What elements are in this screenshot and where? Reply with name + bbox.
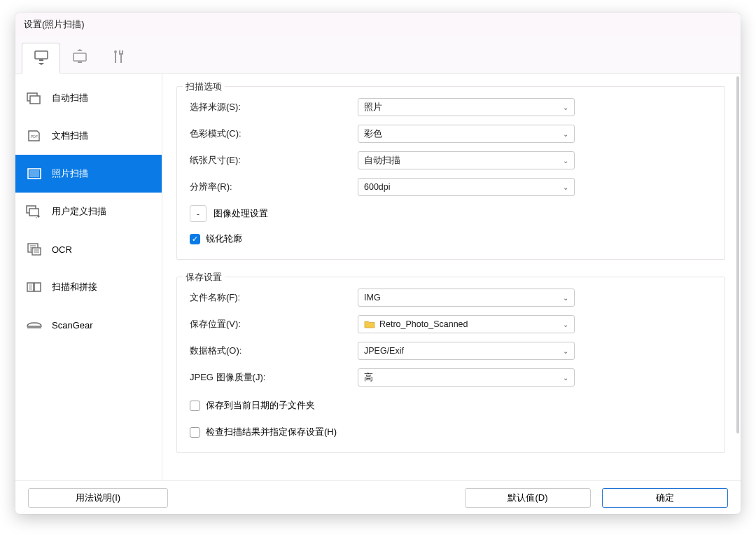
svg-rect-3	[78, 62, 82, 63]
label-jpeg-quality: JPEG 图像质量(J):	[187, 371, 358, 384]
sidebar-item-doc-scan[interactable]: PDF 文档扫描	[15, 117, 162, 155]
checkbox-subfolder[interactable]	[190, 401, 200, 411]
chevron-down-icon: ⌄	[563, 374, 568, 382]
group-scan-options: 扫描选项 选择来源(S): 照片 ⌄ 色彩模式(C): 彩色	[176, 86, 725, 260]
svg-rect-26	[29, 284, 32, 290]
scangear-icon	[25, 319, 43, 331]
sidebar-item-label: 照片扫描	[52, 167, 88, 180]
tools-icon	[111, 49, 125, 67]
auto-scan-icon	[25, 91, 43, 105]
chevron-down-icon: ⌄	[563, 130, 568, 138]
header-tabbar	[15, 36, 741, 74]
sidebar-item-label: 用户定义扫描	[52, 205, 106, 218]
label-subfolder: 保存到当前日期的子文件夹	[206, 399, 315, 412]
svg-rect-6	[119, 50, 120, 53]
svg-point-4	[114, 50, 117, 53]
select-source[interactable]: 照片 ⌄	[358, 98, 575, 116]
label-check-result: 检查扫描结果并指定保存设置(H)	[206, 426, 337, 438]
svg-rect-16	[29, 209, 38, 216]
label-data-format: 数据格式(O):	[187, 345, 358, 357]
ocr-icon	[25, 242, 43, 256]
defaults-button[interactable]: 默认值(D)	[465, 488, 591, 508]
tab-from-network[interactable]	[60, 42, 99, 73]
doc-scan-icon: PDF	[25, 129, 43, 143]
select-color-mode[interactable]: 彩色 ⌄	[358, 125, 575, 143]
svg-rect-14	[29, 170, 39, 177]
label-source: 选择来源(S):	[187, 101, 358, 113]
svg-text:PDF: PDF	[31, 134, 38, 139]
sidebar-item-auto-scan[interactable]: 自动扫描	[15, 79, 162, 117]
select-paper-size[interactable]: 自动扫描 ⌄	[358, 151, 575, 169]
label-sharpen: 锐化轮廓	[206, 232, 242, 245]
svg-rect-1	[39, 60, 43, 61]
chevron-down-icon: ⌄	[563, 347, 568, 355]
main-panel: 扫描选项 选择来源(S): 照片 ⌄ 色彩模式(C): 彩色	[162, 74, 741, 480]
sidebar: 自动扫描 PDF 文档扫描 照片扫描	[15, 74, 162, 480]
select-value: 自动扫描	[364, 155, 400, 167]
content-area: 自动扫描 PDF 文档扫描 照片扫描	[15, 36, 741, 514]
svg-rect-5	[115, 53, 116, 63]
svg-rect-21	[32, 248, 41, 255]
group-title: 保存设置	[183, 271, 225, 284]
sidebar-item-label: OCR	[52, 244, 72, 255]
select-data-format[interactable]: JPEG/Exif ⌄	[358, 342, 575, 360]
combo-file-name[interactable]: IMG ⌄	[358, 289, 575, 307]
custom-scan-icon	[25, 204, 43, 218]
svg-rect-25	[34, 283, 41, 291]
stitch-icon	[25, 281, 43, 293]
vertical-scrollbar[interactable]	[736, 76, 739, 433]
chevron-down-icon: ⌄	[563, 157, 568, 165]
select-value: 照片	[364, 102, 382, 113]
help-button[interactable]: 用法说明(I)	[28, 488, 168, 508]
settings-window: 设置(照片扫描)	[15, 13, 741, 514]
svg-rect-11	[30, 96, 40, 104]
ok-button[interactable]: 确定	[602, 488, 728, 508]
checkbox-check-result[interactable]	[190, 427, 200, 438]
body: 自动扫描 PDF 文档扫描 照片扫描	[15, 74, 741, 480]
svg-rect-2	[74, 53, 86, 61]
label-file-name: 文件名称(F):	[187, 291, 358, 304]
checkbox-sharpen[interactable]	[190, 234, 200, 244]
group-save-settings: 保存设置 文件名称(F): IMG ⌄ 保存位置(V):	[176, 277, 725, 453]
chevron-down-icon: ⌄	[563, 104, 568, 111]
sidebar-item-ocr[interactable]: OCR	[15, 230, 162, 268]
sidebar-item-label: 自动扫描	[52, 92, 88, 104]
select-value: JPEG/Exif	[364, 346, 404, 356]
svg-rect-9	[120, 55, 122, 63]
photo-scan-icon	[25, 167, 43, 180]
svg-rect-8	[119, 53, 123, 55]
tab-tools[interactable]	[99, 42, 137, 73]
select-value: 600dpi	[364, 182, 391, 192]
sidebar-item-stitch[interactable]: 扫描和拼接	[15, 268, 162, 306]
label-resolution: 分辨率(R):	[187, 181, 358, 193]
collapse-image-processing-button[interactable]: -	[190, 205, 206, 222]
footer: 用法说明(I) 默认值(D) 确定	[15, 480, 741, 514]
group-title: 扫描选项	[183, 81, 225, 93]
sidebar-item-label: 扫描和拼接	[52, 281, 97, 293]
select-value: IMG	[364, 293, 381, 303]
select-value: Retro_Photo_Scanned	[379, 319, 468, 329]
label-image-processing: 图像处理设置	[214, 207, 268, 220]
folder-icon	[364, 320, 375, 328]
monitor-arrow-up-icon	[71, 49, 88, 67]
label-paper-size: 纸张尺寸(E):	[187, 154, 358, 167]
select-value: 高	[364, 372, 373, 384]
chevron-down-icon: ⌄	[563, 294, 568, 302]
select-resolution[interactable]: 600dpi ⌄	[358, 178, 575, 196]
tab-from-pc[interactable]	[22, 43, 60, 74]
window-title: 设置(照片扫描)	[15, 13, 741, 36]
svg-rect-0	[35, 51, 48, 59]
chevron-down-icon: ⌄	[563, 321, 568, 328]
select-save-to[interactable]: Retro_Photo_Scanned ⌄	[358, 315, 575, 333]
select-jpeg-quality[interactable]: 高 ⌄	[358, 368, 575, 387]
monitor-arrow-down-icon	[33, 50, 50, 67]
sidebar-item-label: 文档扫描	[52, 130, 88, 142]
chevron-down-icon: ⌄	[563, 183, 568, 191]
sidebar-item-custom-scan[interactable]: 用户定义扫描	[15, 193, 162, 230]
svg-rect-7	[122, 50, 123, 53]
sidebar-item-scangear[interactable]: ScanGear	[15, 306, 162, 344]
label-save-to: 保存位置(V):	[187, 318, 358, 331]
label-color-mode: 色彩模式(C):	[187, 127, 358, 140]
select-value: 彩色	[364, 128, 382, 140]
sidebar-item-photo-scan[interactable]: 照片扫描	[15, 155, 162, 193]
